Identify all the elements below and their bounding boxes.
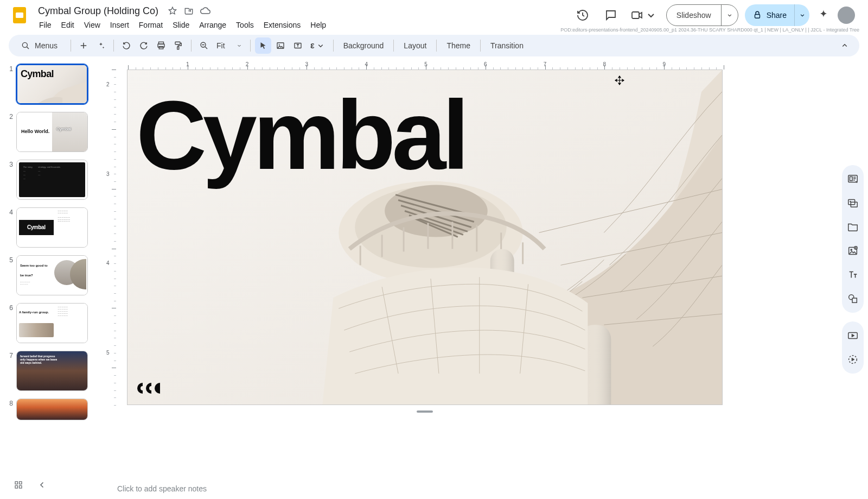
zoom-dropdown[interactable]: Fit bbox=[213, 40, 246, 51]
move-icon[interactable] bbox=[183, 5, 194, 16]
slide-title[interactable]: Cymbal bbox=[136, 86, 465, 184]
svg-rect-1 bbox=[16, 12, 23, 18]
gemini-icon[interactable] bbox=[816, 8, 831, 23]
svg-rect-50 bbox=[852, 298, 857, 302]
chevron-down-icon bbox=[316, 41, 326, 50]
thumb-good: Seem too good to be true? bbox=[20, 264, 48, 277]
account-avatar[interactable] bbox=[838, 7, 855, 24]
history-icon[interactable] bbox=[572, 4, 593, 26]
separator bbox=[250, 40, 251, 52]
ruler-horizontal: 123456789 bbox=[128, 60, 827, 70]
thumb-slide-6[interactable]: A family-run group. — — — — —— — — — —— … bbox=[16, 303, 88, 343]
svg-point-4 bbox=[22, 42, 27, 47]
zoom-label: Fit bbox=[216, 41, 234, 50]
sp-shapes-icon[interactable] bbox=[842, 288, 864, 309]
menu-insert[interactable]: Insert bbox=[106, 18, 133, 31]
svg-point-47 bbox=[851, 249, 852, 251]
thumb-slide-7[interactable]: fervent belief that progress only happen… bbox=[16, 351, 88, 391]
toc-l: Our story, bbox=[23, 166, 33, 168]
svg-rect-2 bbox=[632, 12, 639, 18]
sp-image-icon[interactable] bbox=[842, 240, 864, 262]
thumb-number: 1 bbox=[4, 64, 13, 73]
share-dropdown-icon[interactable] bbox=[794, 4, 809, 26]
menu-tools[interactable]: Tools bbox=[232, 18, 258, 31]
header-actions: Slideshow Share bbox=[572, 4, 859, 26]
sp-motion-icon[interactable] bbox=[842, 349, 864, 370]
share-button[interactable]: Share bbox=[745, 4, 809, 26]
menu-view[interactable]: View bbox=[80, 18, 105, 31]
lock-icon bbox=[752, 10, 762, 20]
menu-slide[interactable]: Slide bbox=[168, 18, 194, 31]
separator bbox=[436, 40, 437, 52]
thumb-number: 7 bbox=[4, 351, 13, 359]
slide-canvas[interactable]: Cymbal bbox=[127, 70, 723, 405]
star-icon[interactable] bbox=[167, 5, 178, 16]
menus-label: Menus bbox=[35, 41, 58, 50]
transition-button[interactable]: Transition bbox=[485, 38, 529, 53]
notes-drag-handle[interactable] bbox=[417, 410, 433, 413]
separator bbox=[393, 40, 394, 52]
slideshow-button[interactable]: Slideshow bbox=[666, 4, 738, 26]
select-tool-icon[interactable] bbox=[255, 37, 271, 54]
thumb-slide-1[interactable]: Cymbal bbox=[16, 64, 88, 104]
thumb-brand: Cymbal bbox=[56, 127, 71, 131]
menu-search[interactable]: Menus bbox=[15, 39, 63, 53]
new-slide-icon[interactable] bbox=[75, 37, 92, 54]
thumb-slide-2[interactable]: Hello World. Cymbal bbox=[16, 112, 88, 152]
sp-templates-icon[interactable] bbox=[842, 168, 864, 190]
background-button[interactable]: Background bbox=[338, 38, 390, 53]
thumb-slide-5[interactable]: Seem too good to be true?— — — — —— — — … bbox=[16, 255, 88, 295]
slides-logo-icon[interactable] bbox=[9, 4, 30, 26]
redo-icon[interactable] bbox=[136, 37, 152, 54]
svg-point-45 bbox=[850, 201, 851, 202]
meet-icon[interactable] bbox=[628, 4, 660, 26]
thumb-slide-8[interactable] bbox=[16, 399, 88, 420]
zoom-out-icon[interactable] bbox=[196, 37, 212, 54]
sp-text-icon[interactable] bbox=[842, 264, 864, 286]
cloud-status-icon[interactable] bbox=[200, 5, 210, 16]
slide-footer-logo-icon bbox=[136, 381, 165, 396]
print-icon[interactable] bbox=[153, 37, 169, 54]
document-title[interactable]: Cymbal Group (Holding Co) bbox=[35, 4, 162, 18]
share-label: Share bbox=[767, 11, 787, 20]
svg-rect-8 bbox=[175, 42, 180, 45]
image-tool-icon[interactable] bbox=[272, 37, 289, 54]
speaker-notes[interactable]: Click to add speaker notes bbox=[108, 477, 838, 499]
sp-folder-icon[interactable] bbox=[842, 216, 864, 238]
thumb-quote: fervent belief that progress only happen… bbox=[20, 355, 59, 364]
sp-video-icon[interactable] bbox=[842, 325, 864, 346]
svg-rect-54 bbox=[20, 482, 22, 484]
theme-button[interactable]: Theme bbox=[441, 38, 476, 53]
thumb-slide-3[interactable]: Our story,——— strategy, and financials—— bbox=[16, 160, 88, 200]
collapse-toolbar-icon[interactable] bbox=[837, 37, 853, 54]
toc-r: strategy, and financials bbox=[38, 166, 60, 168]
menu-edit[interactable]: Edit bbox=[57, 18, 79, 31]
thumb-brand: Cymbal bbox=[27, 224, 46, 230]
menu-file[interactable]: File bbox=[35, 18, 56, 31]
comments-icon[interactable] bbox=[600, 4, 622, 26]
layout-button[interactable]: Layout bbox=[398, 38, 432, 53]
thumb-slide-4[interactable]: Cymbal — — — — —— — — — —— — — — — —— — … bbox=[16, 207, 88, 248]
undo-icon[interactable] bbox=[118, 37, 135, 54]
thumb-number: 2 bbox=[4, 112, 13, 121]
menu-arrange[interactable]: Arrange bbox=[195, 18, 231, 31]
sp-themes-icon[interactable] bbox=[842, 192, 864, 214]
grid-view-icon[interactable] bbox=[9, 475, 28, 495]
slideshow-dropdown-icon[interactable] bbox=[722, 5, 738, 26]
menu-format[interactable]: Format bbox=[135, 18, 167, 31]
paint-format-icon[interactable] bbox=[170, 37, 187, 54]
svg-rect-7 bbox=[159, 47, 163, 49]
thumb-family: A family-run group. bbox=[19, 311, 49, 314]
thumb-number: 6 bbox=[4, 303, 13, 312]
filmstrip[interactable]: 1 Cymbal 2 Hello World. Cymbal bbox=[0, 56, 103, 477]
menu-help[interactable]: Help bbox=[306, 18, 330, 31]
separator bbox=[480, 40, 481, 52]
separator bbox=[113, 40, 114, 52]
svg-point-12 bbox=[279, 44, 280, 45]
special-char-icon[interactable]: ε bbox=[307, 37, 329, 54]
collapse-filmstrip-icon[interactable] bbox=[33, 475, 52, 495]
menu-extensions[interactable]: Extensions bbox=[259, 18, 305, 31]
thumb-number: 5 bbox=[4, 255, 13, 264]
svg-rect-53 bbox=[15, 482, 18, 484]
textbox-tool-icon[interactable] bbox=[290, 37, 306, 54]
